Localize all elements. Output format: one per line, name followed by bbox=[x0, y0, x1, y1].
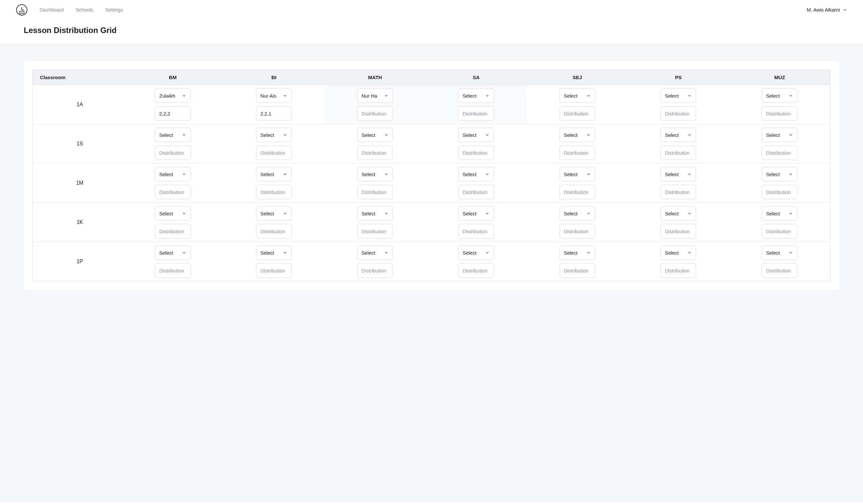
distribution-input[interactable] bbox=[256, 224, 292, 239]
teacher-select[interactable]: Select bbox=[458, 128, 494, 142]
cell-stack: Select bbox=[125, 167, 221, 199]
distribution-input[interactable] bbox=[661, 146, 696, 160]
grid-cell: Select bbox=[122, 203, 224, 242]
distribution-input[interactable] bbox=[357, 106, 393, 121]
teacher-select-label: Select bbox=[564, 132, 584, 138]
teacher-select[interactable]: Nur Ais bbox=[256, 88, 292, 103]
distribution-input[interactable] bbox=[458, 106, 494, 121]
distribution-input[interactable] bbox=[155, 106, 191, 121]
teacher-select[interactable]: Select bbox=[560, 206, 595, 220]
teacher-select[interactable]: Select bbox=[762, 128, 797, 142]
distribution-input[interactable] bbox=[762, 106, 797, 121]
distribution-input[interactable] bbox=[256, 146, 292, 160]
distribution-input[interactable] bbox=[458, 146, 494, 160]
teacher-select[interactable]: Select bbox=[155, 245, 191, 260]
distribution-input[interactable] bbox=[560, 224, 595, 239]
distribution-input[interactable] bbox=[762, 185, 797, 199]
distribution-input[interactable] bbox=[155, 185, 191, 199]
distribution-input[interactable] bbox=[560, 185, 595, 199]
grid-cell: Select bbox=[325, 124, 426, 164]
teacher-select[interactable]: Select bbox=[762, 206, 797, 220]
grid-cell: Select bbox=[122, 124, 224, 164]
distribution-input[interactable] bbox=[762, 224, 797, 239]
teacher-select[interactable]: Select bbox=[155, 206, 191, 220]
cell-stack: Select bbox=[732, 88, 828, 121]
distribution-input[interactable] bbox=[661, 263, 696, 278]
app-logo[interactable] bbox=[16, 4, 28, 16]
user-name: M. Awis Alkarni bbox=[806, 7, 840, 13]
distribution-input[interactable] bbox=[560, 263, 595, 278]
distribution-input[interactable] bbox=[155, 146, 191, 160]
teacher-select[interactable]: Select bbox=[256, 206, 292, 220]
teacher-select[interactable]: Select bbox=[661, 206, 696, 220]
distribution-input[interactable] bbox=[458, 263, 494, 278]
chevron-down-icon bbox=[485, 250, 490, 255]
teacher-select[interactable]: Select bbox=[357, 245, 393, 260]
cell-stack: Select bbox=[529, 88, 625, 121]
distribution-input[interactable] bbox=[661, 106, 696, 121]
distribution-input[interactable] bbox=[256, 106, 292, 121]
teacher-select[interactable]: Select bbox=[661, 167, 696, 181]
teacher-select[interactable]: Select bbox=[357, 167, 393, 181]
cell-stack: Select bbox=[732, 128, 828, 160]
nav-links: Dashboard Schools Settings bbox=[40, 7, 123, 13]
teacher-select[interactable]: Select bbox=[256, 167, 292, 181]
teacher-select[interactable]: Zulaikh bbox=[155, 88, 191, 103]
teacher-select[interactable]: Select bbox=[458, 88, 494, 103]
distribution-input[interactable] bbox=[357, 185, 393, 199]
teacher-select[interactable]: Select bbox=[661, 245, 696, 260]
cell-stack: Select bbox=[428, 245, 524, 278]
teacher-select-label: Select bbox=[463, 132, 483, 138]
teacher-select-label: Select bbox=[260, 172, 281, 177]
distribution-input[interactable] bbox=[357, 263, 393, 278]
col-header-subject: SA bbox=[426, 70, 527, 85]
nav-settings[interactable]: Settings bbox=[105, 7, 123, 13]
teacher-select[interactable]: Select bbox=[357, 206, 393, 220]
distribution-input[interactable] bbox=[256, 263, 292, 278]
grid-cell: Select bbox=[426, 164, 527, 203]
teacher-select[interactable]: Select bbox=[357, 128, 393, 142]
distribution-input[interactable] bbox=[458, 185, 494, 199]
teacher-select[interactable]: Select bbox=[560, 245, 595, 260]
teacher-select[interactable]: Select bbox=[762, 88, 797, 103]
teacher-select-label: Select bbox=[362, 172, 382, 177]
teacher-select[interactable]: Select bbox=[155, 167, 191, 181]
teacher-select[interactable]: Select bbox=[762, 245, 797, 260]
teacher-select[interactable]: Select bbox=[560, 128, 595, 142]
grid-cell: Select bbox=[325, 164, 426, 203]
chevron-down-icon bbox=[687, 93, 692, 98]
teacher-select[interactable]: Select bbox=[661, 88, 696, 103]
distribution-input[interactable] bbox=[762, 146, 797, 160]
teacher-select[interactable]: Select bbox=[458, 245, 494, 260]
teacher-select[interactable]: Select bbox=[762, 167, 797, 181]
teacher-select[interactable]: Nur Ha bbox=[357, 88, 393, 103]
teacher-select[interactable]: Select bbox=[155, 128, 191, 142]
teacher-select-label: Select bbox=[766, 250, 787, 256]
distribution-input[interactable] bbox=[661, 185, 696, 199]
chevron-down-icon bbox=[788, 211, 793, 216]
distribution-input[interactable] bbox=[762, 263, 797, 278]
user-menu[interactable]: M. Awis Alkarni bbox=[806, 7, 847, 13]
nav-dashboard[interactable]: Dashboard bbox=[40, 7, 64, 13]
nav-schools[interactable]: Schools bbox=[76, 7, 93, 13]
distribution-input[interactable] bbox=[458, 224, 494, 239]
distribution-input[interactable] bbox=[357, 146, 393, 160]
teacher-select[interactable]: Select bbox=[560, 88, 595, 103]
grid-cell: Nur Ha bbox=[325, 85, 426, 124]
teacher-select[interactable]: Select bbox=[256, 245, 292, 260]
distribution-input[interactable] bbox=[560, 146, 595, 160]
distribution-input[interactable] bbox=[560, 106, 595, 121]
cell-stack: Select bbox=[327, 206, 423, 239]
distribution-input[interactable] bbox=[357, 224, 393, 239]
teacher-select[interactable]: Select bbox=[661, 128, 696, 142]
teacher-select[interactable]: Select bbox=[256, 128, 292, 142]
teacher-select-label: Select bbox=[362, 132, 382, 138]
distribution-input[interactable] bbox=[155, 263, 191, 278]
distribution-input[interactable] bbox=[661, 224, 696, 239]
teacher-select[interactable]: Select bbox=[560, 167, 595, 181]
teacher-select[interactable]: Select bbox=[458, 206, 494, 220]
cell-stack: Select bbox=[226, 245, 322, 278]
distribution-input[interactable] bbox=[256, 185, 292, 199]
distribution-input[interactable] bbox=[155, 224, 191, 239]
teacher-select[interactable]: Select bbox=[458, 167, 494, 181]
